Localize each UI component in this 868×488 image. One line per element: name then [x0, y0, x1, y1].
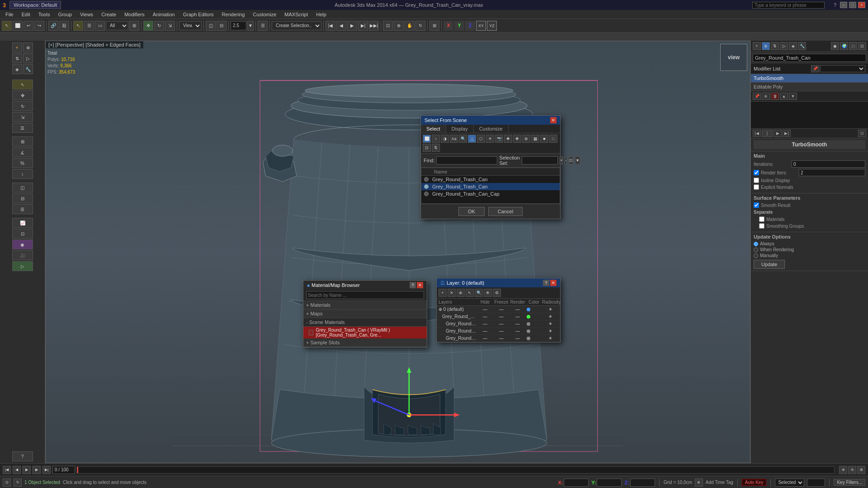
percent-snap[interactable]: %	[12, 158, 33, 168]
scale-button[interactable]: ⇲	[165, 21, 175, 31]
lp-delete-layer[interactable]: ✕	[448, 289, 456, 297]
selected-dropdown[interactable]: Selected	[775, 479, 804, 487]
create-panel-btn[interactable]: +	[12, 42, 22, 52]
material-editor-lt[interactable]: ◉	[12, 239, 33, 249]
scale-tool-lt[interactable]: ⇲	[12, 112, 33, 122]
lp-radiosity-3[interactable]: ☀	[542, 328, 558, 333]
lp-hide-0[interactable]: —	[477, 307, 493, 312]
menu-views[interactable]: Views	[76, 11, 97, 18]
lp-render-1[interactable]: —	[509, 314, 526, 319]
select-region-button[interactable]: ⬜	[13, 21, 23, 31]
sfs-item-1[interactable]: Grey_Round_Trash_Can	[421, 183, 560, 190]
lp-select-from-layer[interactable]: ↖	[466, 289, 474, 297]
sfs-item-0[interactable]: Grey_Round_Trash_Can	[421, 176, 560, 183]
display-btn[interactable]: ◈	[12, 64, 22, 74]
selection-set-dropdown[interactable]: Create Selection...	[272, 21, 321, 30]
layer-lt[interactable]: ☰	[12, 204, 33, 214]
auto-key-btn[interactable]: Auto Key	[742, 479, 767, 486]
render-frame-icon[interactable]: ⊡	[858, 42, 866, 50]
lp-radiosity-1[interactable]: ☀	[542, 314, 558, 319]
material-browser-close-btn[interactable]: ✕	[417, 282, 423, 288]
sfs-select-all[interactable]: ⬜	[423, 135, 431, 143]
add-time-tag-btn[interactable]: ⊕	[695, 479, 703, 487]
maximize-vp-btn[interactable]: ⊞	[857, 466, 865, 474]
modifier-editable-poly[interactable]: Editable Poly	[751, 83, 868, 91]
prev-frame-button[interactable]: ◀	[336, 21, 346, 31]
update-button[interactable]: Update	[754, 260, 785, 269]
close-button[interactable]: ✕	[858, 2, 865, 8]
mb-section-sample-slots[interactable]: + Sample Slots	[303, 338, 427, 347]
explicit-normals-checkbox[interactable]	[754, 184, 759, 190]
menu-create[interactable]: Create	[98, 11, 120, 18]
sfs-selset-btn1[interactable]: +	[560, 156, 563, 164]
zoom-in-btn[interactable]: ⊕	[839, 466, 847, 474]
menu-group[interactable]: Group	[54, 11, 75, 18]
always-radio[interactable]	[754, 242, 758, 246]
sfs-filter-bones[interactable]: ✤	[513, 135, 521, 143]
hierarchy-icon[interactable]: ⇅	[771, 42, 779, 50]
lp-freeze-1[interactable]: —	[493, 314, 509, 319]
lp-radiosity-0[interactable]: ☀	[542, 307, 558, 312]
menu-maxscript[interactable]: MAXScript	[281, 11, 311, 18]
pan-button[interactable]: ✋	[405, 21, 415, 31]
undo-button[interactable]: ↩	[24, 21, 33, 31]
sfs-select-none[interactable]: ○	[432, 135, 440, 143]
zoom-extents-button[interactable]: ⊡	[383, 21, 393, 31]
smooth-result-checkbox[interactable]	[754, 202, 759, 208]
move-up-btn[interactable]: ▲	[780, 93, 788, 100]
lp-color-2[interactable]	[527, 322, 530, 326]
utilities-btn[interactable]: 🔧	[23, 64, 33, 74]
materials-checkbox[interactable]	[759, 216, 764, 222]
lp-hide-2[interactable]: —	[477, 321, 493, 326]
sfs-filter-light[interactable]: ☀	[486, 135, 494, 143]
material-browser-help-btn[interactable]: ?	[410, 282, 416, 288]
lp-row-3[interactable]: Grey_Round_Trash_ — — — ☀	[437, 328, 560, 335]
modify-panel-icon[interactable]: ⊕	[762, 42, 770, 50]
redo-button[interactable]: ↪	[34, 21, 44, 31]
modifier-list-header[interactable]: Modifier List 📌	[751, 64, 868, 74]
hierarchy-btn[interactable]: ⇅	[12, 53, 22, 63]
when-rendering-radio[interactable]	[754, 248, 758, 252]
spin-down[interactable]: ▼	[247, 21, 254, 31]
sfs-filter-geo[interactable]: △	[468, 135, 476, 143]
select-from-scene-close-btn[interactable]: ✕	[550, 117, 557, 123]
utility-icon[interactable]: 🔧	[798, 42, 806, 50]
render-preview-icon[interactable]: ◉	[831, 42, 839, 50]
move-down-btn[interactable]: ▼	[789, 93, 797, 100]
lp-hide-4[interactable]: —	[477, 336, 493, 341]
select-object-button[interactable]: ↖	[73, 21, 83, 31]
view-dropdown[interactable]: View	[179, 21, 202, 30]
render-iters-checkbox[interactable]	[754, 170, 759, 175]
sb-orbit-btn[interactable]: ↻	[14, 479, 22, 487]
sfs-filter-helper[interactable]: ✚	[504, 135, 512, 143]
menu-help[interactable]: Help	[312, 11, 330, 18]
manually-radio[interactable]	[754, 253, 758, 258]
mb-section-scene-materials[interactable]: - Scene Materials	[303, 318, 427, 327]
display-icon[interactable]: ◈	[789, 42, 797, 50]
frame-input[interactable]	[807, 479, 825, 487]
viewport-area[interactable]: [+] [Perspective] [Shaded + Edged Faces]…	[45, 41, 750, 463]
menu-edit[interactable]: Edit	[18, 11, 34, 18]
minimize-button[interactable]: ─	[840, 2, 847, 8]
create-panel-icon[interactable]: +	[753, 42, 761, 50]
sfs-case[interactable]: Aa	[450, 135, 458, 143]
z-coord-input[interactable]	[630, 479, 655, 487]
layer-panel-close-btn[interactable]: ✕	[550, 280, 557, 286]
x-coord-input[interactable]	[564, 479, 589, 487]
play-button[interactable]: ▶	[347, 21, 357, 31]
isoline-checkbox[interactable]	[754, 178, 759, 183]
modifier-turbosmooth[interactable]: TurboSmooth	[751, 74, 868, 83]
stack-nav-3[interactable]: ▶	[774, 130, 782, 137]
lp-find-layer[interactable]: 🔍	[475, 289, 483, 297]
align-button[interactable]: ⊟	[217, 21, 226, 31]
mb-scene-material-item[interactable]: Grey_Round_Trash_Can ( VRayMtl ) [Grey_R…	[303, 327, 427, 338]
x-axis-button[interactable]: X	[443, 21, 453, 31]
y-axis-button[interactable]: Y	[454, 21, 464, 31]
select-tool-button[interactable]: ↖	[2, 21, 12, 31]
zoom-region-button[interactable]: ⊕	[394, 21, 404, 31]
iterations-input[interactable]	[792, 160, 865, 168]
rotate-button[interactable]: ↻	[154, 21, 164, 31]
mirror-lt[interactable]: ◫	[12, 183, 33, 192]
lp-color-3[interactable]	[527, 329, 530, 333]
window-cross-button[interactable]: ⊞	[129, 21, 139, 31]
